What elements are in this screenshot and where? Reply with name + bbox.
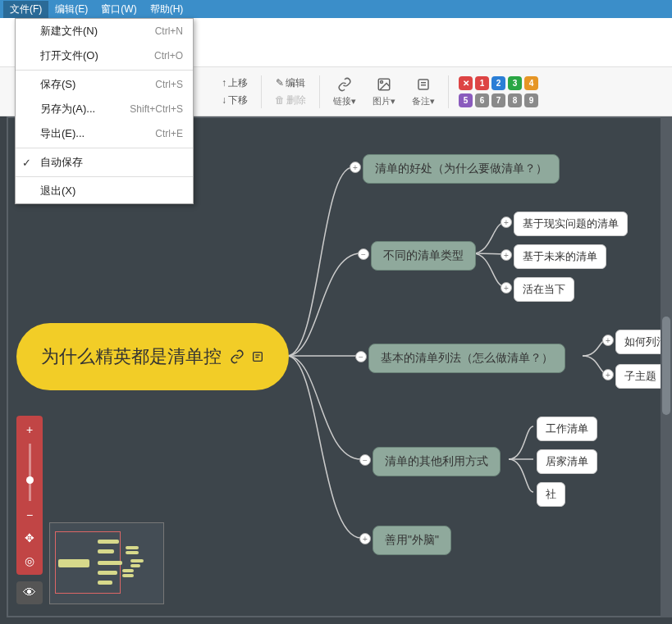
node-sub-1[interactable]: 清单的好处（为什么要做清单？）: [363, 154, 560, 184]
shortcut-label: Ctrl+E: [155, 128, 183, 139]
link-icon: [230, 349, 245, 364]
menu-save[interactable]: 保存(S)Ctrl+S: [16, 72, 193, 97]
minimap-node: [98, 581, 112, 585]
note-icon: [251, 350, 264, 363]
menu-file[interactable]: 文件(F): [3, 1, 48, 18]
priority-badge[interactable]: 6: [475, 93, 489, 107]
menu-item-label: 退出(X): [40, 184, 75, 198]
node-leaf[interactable]: 活在当下: [514, 277, 574, 302]
expand-toggle[interactable]: +: [501, 249, 512, 261]
check-icon: ✓: [22, 157, 31, 169]
priority-badge[interactable]: 5: [459, 93, 473, 107]
menu-window[interactable]: 窗口(W): [94, 1, 143, 18]
expand-toggle[interactable]: −: [358, 248, 369, 260]
priority-badge[interactable]: 8: [508, 93, 522, 107]
menu-open-file[interactable]: 打开文件(O)Ctrl+O: [16, 43, 193, 68]
pan-button[interactable]: ✥: [21, 529, 39, 547]
note-label: 备注▾: [412, 95, 435, 107]
toolbar-link-group[interactable]: 链接▾: [333, 75, 356, 107]
node-leaf[interactable]: 社: [537, 482, 565, 507]
expand-toggle[interactable]: +: [602, 369, 614, 380]
node-leaf[interactable]: 基于未来的清单: [514, 244, 606, 269]
zoom-out-button[interactable]: −: [21, 506, 39, 524]
chevron-down-icon: ▾: [351, 96, 356, 106]
node-label: 善用"外脑": [385, 533, 439, 548]
minimap-node: [98, 540, 119, 544]
node-label: 基于未来的清单: [523, 249, 597, 264]
node-leaf[interactable]: 子主题: [615, 364, 665, 389]
menu-new-file[interactable]: 新建文件(N)Ctrl+N: [16, 19, 193, 43]
priority-badge[interactable]: 7: [491, 93, 505, 107]
node-sub-4[interactable]: 清单的其他利用方式: [373, 447, 501, 476]
node-label: 居家清单: [546, 454, 588, 469]
menu-save-as[interactable]: 另存为(A)...Shift+Ctrl+S: [16, 97, 193, 121]
note-icon: [414, 75, 432, 93]
expand-toggle[interactable]: +: [501, 282, 512, 294]
expand-toggle[interactable]: +: [359, 533, 371, 544]
node-leaf[interactable]: 基于现实问题的清单: [514, 212, 628, 236]
node-label: 社: [546, 487, 556, 502]
move-down-label: 下移: [228, 93, 248, 107]
node-main[interactable]: 为什么精英都是清单控: [16, 323, 289, 390]
zoom-in-button[interactable]: +: [21, 421, 39, 439]
toolbar-image-group[interactable]: 图片▾: [373, 75, 395, 107]
separator: [16, 148, 193, 148]
move-down-button[interactable]: ↓下移: [222, 92, 248, 109]
menu-autosave[interactable]: ✓自动保存: [16, 150, 193, 175]
minimap-toggle-button[interactable]: 👁: [16, 581, 43, 604]
expand-toggle[interactable]: +: [350, 162, 361, 173]
expand-toggle[interactable]: −: [359, 454, 371, 466]
menu-help[interactable]: 帮助(H): [144, 1, 190, 18]
shortcut-label: Ctrl+O: [154, 50, 183, 61]
node-sub-2[interactable]: 不同的清单类型: [371, 241, 476, 271]
menu-edit[interactable]: 编辑(E): [48, 1, 94, 18]
zoom-slider-thumb[interactable]: [26, 476, 34, 484]
priority-badge[interactable]: 2: [491, 76, 505, 90]
eye-icon: 👁: [23, 585, 36, 600]
arrow-down-icon: ↓: [222, 94, 226, 106]
minimap-node: [122, 569, 134, 572]
link-label: 链接▾: [333, 95, 356, 107]
expand-toggle[interactable]: +: [501, 216, 512, 228]
priority-badge[interactable]: ✕: [459, 76, 473, 90]
node-sub-5[interactable]: 善用"外脑": [373, 526, 451, 555]
priority-badges: ✕1234 56789: [459, 76, 538, 107]
priority-badge[interactable]: 3: [508, 76, 522, 90]
node-label: 清单的其他利用方式: [385, 454, 488, 469]
menu-item-label: 保存(S): [40, 77, 75, 92]
divider: [448, 75, 449, 108]
vertical-scrollbar[interactable]: [661, 116, 672, 617]
toolbar-move-group: ↑上移 ↓下移: [222, 75, 248, 109]
priority-badge[interactable]: 4: [524, 76, 538, 90]
node-label: 清单的好处（为什么要做清单？）: [375, 162, 547, 176]
node-leaf[interactable]: 工作清单: [537, 417, 597, 441]
edit-button[interactable]: ✎编辑: [276, 75, 305, 92]
menu-exit[interactable]: 退出(X): [16, 179, 193, 203]
move-up-button[interactable]: ↑上移: [222, 75, 248, 92]
minimap-node: [130, 559, 144, 563]
file-menu-dropdown: 新建文件(N)Ctrl+N 打开文件(O)Ctrl+O 保存(S)Ctrl+S …: [15, 18, 194, 204]
shortcut-label: Ctrl+N: [155, 25, 183, 37]
arrow-up-icon: ↑: [222, 77, 226, 89]
node-label: 子主题: [624, 369, 656, 384]
priority-badge[interactable]: 9: [524, 93, 538, 107]
toolbar-note-group[interactable]: 备注▾: [412, 75, 435, 107]
fit-button[interactable]: ◎: [21, 552, 39, 570]
menu-export[interactable]: 导出(E)...Ctrl+E: [16, 121, 193, 146]
node-label: 工作清单: [546, 421, 588, 436]
delete-button[interactable]: 🗑删除: [275, 92, 306, 109]
edit-label: 编辑: [286, 76, 305, 90]
separator: [16, 176, 193, 177]
link-icon: [336, 75, 354, 93]
scrollbar-thumb[interactable]: [662, 317, 670, 415]
toolbar-edit-group: ✎编辑 🗑删除: [275, 75, 306, 109]
node-label: 活在当下: [523, 282, 565, 297]
priority-badge[interactable]: 1: [475, 76, 489, 90]
minimap[interactable]: [49, 522, 164, 604]
node-sub-3[interactable]: 基本的清单列法（怎么做清单？）: [368, 344, 565, 373]
expand-toggle[interactable]: −: [355, 351, 367, 362]
expand-toggle[interactable]: +: [602, 335, 614, 346]
zoom-slider-track[interactable]: [29, 444, 31, 501]
node-leaf[interactable]: 居家清单: [537, 449, 597, 474]
node-label: 不同的清单类型: [383, 248, 464, 263]
